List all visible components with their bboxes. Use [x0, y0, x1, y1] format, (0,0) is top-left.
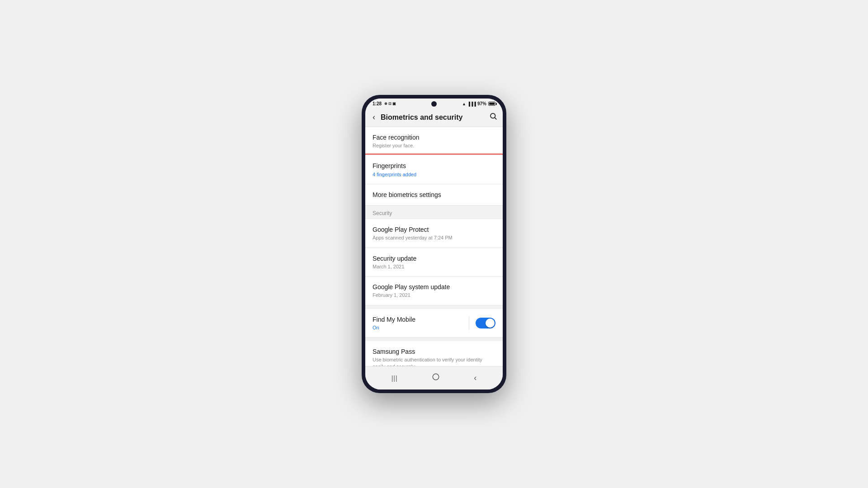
google-play-protect-subtitle: Apps scanned yesterday at 7:24 PM	[373, 235, 495, 241]
back-nav-button[interactable]: ‹	[470, 371, 480, 385]
battery-percent: 97%	[477, 101, 486, 106]
back-button[interactable]: ‹	[371, 112, 377, 123]
google-play-protect-title: Google Play Protect	[373, 225, 495, 234]
wifi-icon: ▲	[462, 102, 466, 106]
samsung-pass-subtitle: Use biometric authentication to verify y…	[373, 357, 495, 366]
security-update-title: Security update	[373, 254, 495, 263]
more-biometrics-title: More biometrics settings	[373, 191, 495, 199]
status-right: ▲ ▐▐▐ 97%	[462, 101, 495, 106]
fingerprints-title: Fingerprints	[373, 162, 495, 170]
google-play-protect-item[interactable]: Google Play Protect Apps scanned yesterd…	[365, 219, 503, 248]
search-button[interactable]	[489, 112, 497, 122]
phone-screen: 1:28 ⊕ ⊡ ▣ ▲ ▐▐▐ 97% ‹ Biometrics and se…	[365, 99, 503, 389]
camera-notch	[431, 101, 437, 107]
notification-icons: ⊕ ⊡ ▣	[384, 102, 396, 106]
samsung-pass-title: Samsung Pass	[373, 347, 495, 356]
battery-icon	[488, 102, 495, 106]
find-my-mobile-toggle-container	[469, 316, 495, 330]
fingerprints-item[interactable]: Fingerprints 4 fingerprints added	[365, 155, 503, 184]
security-section-header: Security	[365, 206, 503, 219]
find-my-mobile-toggle[interactable]	[476, 318, 495, 328]
top-bar: ‹ Biometrics and security	[365, 108, 503, 127]
face-recognition-title: Face recognition	[373, 133, 495, 141]
security-update-item[interactable]: Security update March 1, 2021	[365, 248, 503, 277]
settings-scroll[interactable]: Face recognition Register your face. Fin…	[365, 127, 503, 366]
time-display: 1:28	[373, 101, 382, 106]
phone-device: 1:28 ⊕ ⊡ ▣ ▲ ▐▐▐ 97% ‹ Biometrics and se…	[362, 95, 506, 393]
recents-button[interactable]: |||	[388, 373, 401, 384]
toggle-divider	[469, 316, 469, 330]
samsung-pass-item[interactable]: Samsung Pass Use biometric authenticatio…	[365, 341, 503, 366]
section-spacer	[365, 305, 503, 309]
face-recognition-subtitle: Register your face.	[373, 142, 495, 149]
google-play-system-update-item[interactable]: Google Play system update February 1, 20…	[365, 277, 503, 305]
google-play-system-update-title: Google Play system update	[373, 283, 495, 291]
find-my-mobile-item[interactable]: Find My Mobile On	[365, 309, 503, 338]
status-left: 1:28 ⊕ ⊡ ▣	[373, 101, 396, 106]
more-biometrics-item[interactable]: More biometrics settings	[365, 184, 503, 206]
page-title: Biometrics and security	[381, 113, 486, 122]
security-update-subtitle: March 1, 2021	[373, 263, 495, 270]
fingerprints-subtitle: 4 fingerprints added	[373, 171, 495, 178]
bottom-nav: ||| ‹	[365, 366, 503, 389]
google-play-system-update-subtitle: February 1, 2021	[373, 292, 495, 298]
svg-line-1	[495, 117, 496, 119]
svg-point-2	[433, 374, 439, 380]
signal-icon: ▐▐▐	[467, 102, 476, 106]
find-my-mobile-left: Find My Mobile On	[373, 315, 469, 331]
home-button[interactable]	[428, 371, 443, 385]
find-my-mobile-title: Find My Mobile	[373, 315, 469, 324]
face-recognition-item[interactable]: Face recognition Register your face.	[365, 127, 503, 155]
section-spacer-2	[365, 338, 503, 341]
find-my-mobile-status: On	[373, 324, 469, 331]
